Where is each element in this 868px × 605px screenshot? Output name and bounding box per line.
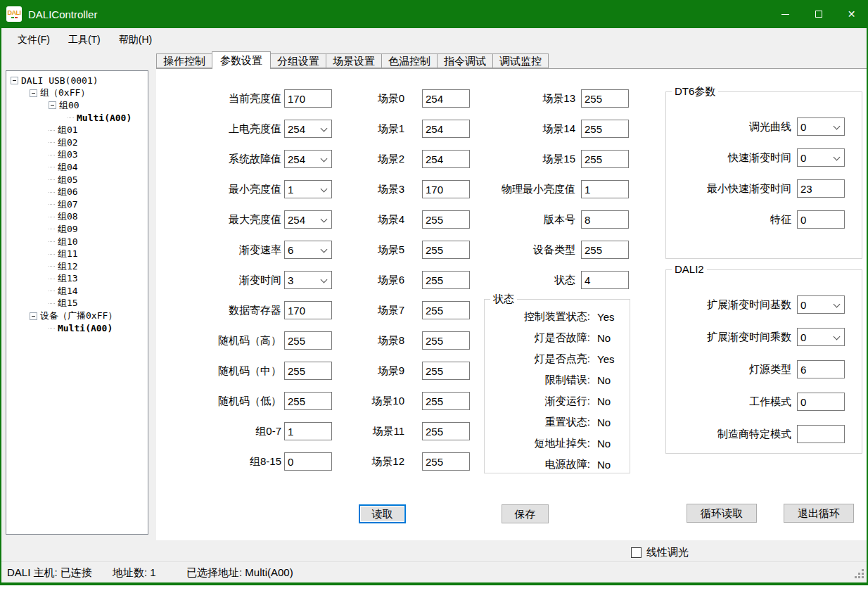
tree-item-4[interactable]: 组01 (6, 124, 148, 136)
tree-expander-icon[interactable] (30, 312, 37, 320)
param-combo[interactable]: 0 (797, 117, 845, 136)
tree-item-label: 组09 (58, 223, 78, 236)
status-rows: 控制装置状态:Yes灯是否故障:No灯是否点亮:Yes限制错误:No渐变运行:N… (485, 300, 630, 475)
param-input[interactable] (284, 362, 332, 380)
tree-item-2[interactable]: 组00 (6, 99, 148, 112)
param-label: 场景2 (355, 150, 404, 168)
exit-loop-button[interactable]: 退出循环 (784, 504, 854, 523)
app-window: DALI DALIController ✕ 文件(F)工具(T)帮助(H) 操作… (0, 0, 868, 585)
tree-item-19[interactable]: 设备（广播0xFF） (6, 310, 148, 322)
read-button[interactable]: 读取 (359, 504, 406, 523)
param-combo[interactable]: 0 (797, 295, 845, 314)
param-input[interactable] (284, 301, 332, 319)
tree-item-15[interactable]: 组12 (6, 260, 148, 273)
tree-expander-icon[interactable] (49, 101, 56, 109)
param-input[interactable] (581, 180, 629, 198)
tree-item-20[interactable]: Multi(A00) (6, 322, 148, 335)
tree-connector (49, 167, 55, 167)
param-combo[interactable]: 0 (797, 328, 845, 346)
param-row: 物理最小亮度值 (484, 180, 629, 198)
param-combo[interactable]: 254 (284, 150, 332, 168)
param-input[interactable] (422, 362, 470, 380)
tree-item-0[interactable]: DALI USB(0001) (6, 75, 148, 87)
param-combo[interactable]: 254 (284, 210, 332, 229)
tree-connector (49, 328, 55, 329)
resize-grip[interactable] (853, 568, 864, 579)
param-input[interactable] (422, 89, 470, 108)
tree-item-label: 组15 (58, 297, 78, 310)
tab-6[interactable]: 调试监控 (492, 53, 549, 68)
param-input[interactable] (797, 425, 845, 443)
minimize-button[interactable] (769, 0, 802, 28)
param-input[interactable] (581, 150, 629, 168)
param-input[interactable] (797, 210, 845, 229)
tree-item-1[interactable]: 组（0xFF） (6, 87, 148, 100)
tab-5[interactable]: 指令调试 (437, 53, 493, 68)
tree-item-16[interactable]: 组13 (6, 273, 148, 286)
tree-expander-icon[interactable] (11, 77, 18, 84)
tab-4[interactable]: 色温控制 (381, 53, 438, 68)
tab-2[interactable]: 分组设置 (270, 53, 326, 68)
param-input[interactable] (284, 89, 332, 108)
tree-connector (49, 155, 55, 155)
menu-item-1[interactable]: 工具(T) (59, 28, 110, 51)
param-combo[interactable]: 3 (284, 271, 332, 289)
tab-3[interactable]: 场景设置 (326, 53, 382, 68)
tree-item-8[interactable]: 组05 (6, 174, 148, 186)
loop-read-button[interactable]: 循环读取 (687, 504, 757, 523)
param-input[interactable] (422, 271, 470, 289)
param-input[interactable] (422, 331, 470, 350)
tab-0[interactable]: 操作控制 (156, 53, 212, 68)
menu-item-2[interactable]: 帮助(H) (110, 28, 161, 51)
tree-item-10[interactable]: 组07 (6, 198, 148, 211)
tree-item-9[interactable]: 组06 (6, 186, 148, 198)
param-input[interactable] (581, 210, 629, 229)
param-label: 扩展渐变时间乘数 (666, 328, 791, 346)
tree-item-12[interactable]: 组09 (6, 223, 148, 236)
param-label: 场景14 (484, 120, 575, 138)
param-label: 场景1 (355, 120, 404, 138)
param-input[interactable] (422, 241, 470, 259)
param-combo[interactable]: 6 (284, 241, 332, 259)
tree-item-6[interactable]: 组03 (6, 149, 148, 162)
tree-item-7[interactable]: 组04 (6, 161, 148, 174)
menu-item-0[interactable]: 文件(F) (8, 28, 59, 51)
param-input[interactable] (422, 210, 470, 229)
save-button[interactable]: 保存 (502, 504, 549, 523)
tree-item-17[interactable]: 组14 (6, 285, 148, 298)
param-input[interactable] (797, 393, 845, 411)
tree-item-3[interactable]: Multi(A00) (6, 112, 148, 125)
param-input[interactable] (284, 422, 332, 440)
maximize-button[interactable] (802, 0, 835, 28)
param-input[interactable] (284, 452, 332, 471)
param-row: 特征 (666, 210, 862, 229)
param-input[interactable] (422, 301, 470, 319)
close-button[interactable]: ✕ (835, 0, 868, 28)
close-icon: ✕ (848, 9, 856, 19)
param-input[interactable] (284, 392, 332, 410)
param-input[interactable] (422, 120, 470, 138)
param-input[interactable] (422, 422, 470, 440)
param-input[interactable] (581, 241, 629, 259)
param-input[interactable] (422, 150, 470, 168)
param-combo[interactable]: 0 (797, 148, 845, 167)
tree-item-5[interactable]: 组02 (6, 136, 148, 149)
tree-item-11[interactable]: 组08 (6, 211, 148, 224)
param-combo[interactable]: 254 (284, 120, 332, 138)
param-input[interactable] (797, 179, 845, 198)
tree-item-14[interactable]: 组11 (6, 248, 148, 260)
param-input[interactable] (581, 271, 629, 289)
param-combo[interactable]: 1 (284, 180, 332, 198)
linear-dimming-checkbox[interactable]: 线性调光 (631, 546, 689, 559)
param-input[interactable] (422, 452, 470, 471)
tree-expander-icon[interactable] (30, 89, 37, 97)
param-input[interactable] (284, 331, 332, 350)
param-input[interactable] (581, 89, 629, 108)
param-input[interactable] (422, 392, 470, 410)
param-input[interactable] (581, 120, 629, 138)
tree-item-13[interactable]: 组10 (6, 236, 148, 248)
param-input[interactable] (422, 180, 470, 198)
tab-1[interactable]: 参数设置 (212, 51, 271, 69)
tree-item-18[interactable]: 组15 (6, 298, 148, 310)
param-input[interactable] (797, 360, 845, 378)
